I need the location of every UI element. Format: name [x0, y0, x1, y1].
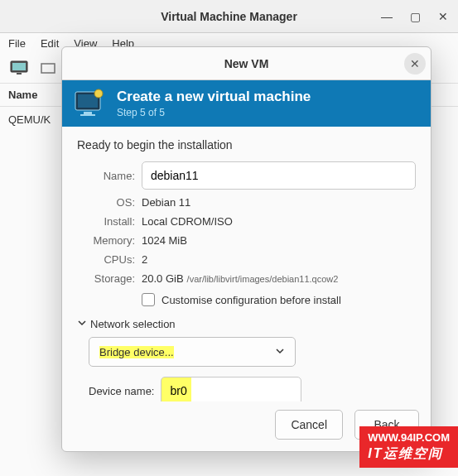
ready-label: Ready to begin the installation — [77, 138, 416, 151]
device-name-label: Device name: — [89, 385, 154, 397]
storage-size: 20.0 GiB — [142, 272, 184, 285]
svg-rect-7 — [80, 114, 95, 116]
install-label: Install: — [77, 215, 135, 228]
open-icon — [40, 60, 58, 75]
os-value: Debian 11 — [142, 196, 416, 209]
svg-rect-5 — [78, 94, 98, 108]
cancel-button[interactable]: Cancel — [275, 410, 343, 440]
cpus-value: 2 — [142, 253, 416, 266]
wizard-step: Step 5 of 5 — [117, 107, 311, 118]
storage-path: /var/lib/libvirt/images/debian11.qcow2 — [187, 274, 339, 284]
watermark-text: IT运维空间 — [368, 445, 450, 463]
network-expander[interactable]: Network selection — [77, 318, 416, 330]
name-label: Name: — [77, 170, 135, 182]
svg-rect-2 — [17, 73, 22, 75]
menu-edit[interactable]: Edit — [41, 37, 59, 50]
watermark-url: WWW.94IP.COM — [368, 431, 450, 444]
maximize-button[interactable]: ▢ — [405, 10, 425, 23]
os-label: OS: — [77, 196, 135, 209]
dialog-close-button[interactable]: ✕ — [404, 53, 426, 75]
titlebar: Virtual Machine Manager — ▢ ✕ — [0, 0, 458, 33]
window-title: Virtual Machine Manager — [161, 10, 297, 23]
dialog-titlebar: New VM ✕ — [62, 47, 431, 80]
storage-value: 20.0 GiB /var/lib/libvirt/images/debian1… — [142, 272, 416, 285]
cpus-label: CPUs: — [77, 253, 135, 266]
network-section-label: Network selection — [90, 318, 176, 330]
svg-rect-1 — [12, 63, 26, 70]
device-name-input[interactable] — [161, 377, 301, 401]
chevron-down-icon — [77, 318, 89, 330]
dialog-body: Ready to begin the installation Name: OS… — [62, 127, 431, 401]
monitor-create-icon — [74, 89, 107, 118]
close-button[interactable]: ✕ — [433, 10, 453, 23]
new-vm-toolbar-button[interactable] — [7, 57, 31, 79]
dropdown-selected: Bridge device... — [99, 346, 174, 358]
name-input[interactable] — [142, 161, 416, 190]
menu-file[interactable]: File — [8, 37, 26, 50]
svg-rect-3 — [41, 64, 55, 73]
svg-point-8 — [94, 89, 103, 98]
chevron-down-icon — [275, 346, 285, 358]
storage-label: Storage: — [77, 272, 135, 285]
install-value: Local CDROM/ISO — [142, 215, 416, 228]
network-source-dropdown[interactable]: Bridge device... — [89, 337, 296, 367]
open-toolbar-button[interactable] — [36, 57, 61, 79]
customise-checkbox[interactable] — [142, 293, 155, 306]
new-vm-dialog: New VM ✕ Create a new virtual machine St… — [61, 46, 431, 452]
wizard-title: Create a new virtual machine — [117, 89, 311, 105]
close-icon: ✕ — [410, 57, 420, 70]
watermark: WWW.94IP.COM IT运维空间 — [359, 426, 458, 468]
svg-rect-6 — [84, 112, 92, 114]
window-controls: — ▢ ✕ — [377, 0, 453, 32]
memory-label: Memory: — [77, 234, 135, 247]
monitor-icon — [10, 60, 28, 75]
customise-label: Customise configuration before install — [162, 294, 341, 306]
dialog-title: New VM — [224, 57, 269, 70]
minimize-button[interactable]: — — [377, 10, 397, 23]
wizard-header: Create a new virtual machine Step 5 of 5 — [62, 80, 431, 127]
memory-value: 1024 MiB — [142, 234, 416, 247]
